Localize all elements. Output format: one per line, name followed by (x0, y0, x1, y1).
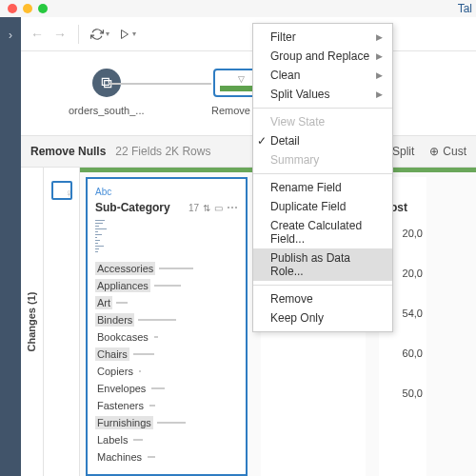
window-titlebar (0, 0, 476, 17)
menu-keep-only[interactable]: Keep Only (253, 308, 392, 327)
toolbar: ← → ▾ ▾ (21, 17, 476, 51)
list-item[interactable]: Labels (95, 433, 238, 446)
run-button[interactable]: ▾ (119, 29, 136, 40)
field-name: Sub-Category (95, 201, 170, 214)
list-item[interactable]: Fasteners (95, 399, 238, 412)
menu-summary: Summary (253, 150, 392, 169)
minimize-window-dot[interactable] (23, 4, 32, 13)
menu-detail[interactable]: Detail (253, 131, 392, 150)
menu-group-replace[interactable]: Group and Replace▶ (253, 47, 392, 66)
thumbnail-strip (44, 168, 80, 476)
menu-remove[interactable]: Remove (253, 289, 392, 308)
more-icon[interactable]: ⋯ (227, 201, 238, 214)
close-window-dot[interactable] (8, 4, 17, 13)
field-card-subcategory[interactable]: ♀ Abc Sub-Category 17 ⇅ ▭ ⋯ AccessoriesA… (86, 177, 248, 476)
menu-create-calculated-field[interactable]: Create Calculated Field... (253, 216, 392, 248)
field-value-count: 17 ⇅ ▭ ⋯ (188, 201, 238, 214)
list-item: 50,0 (383, 387, 423, 399)
flow-canvas[interactable]: orders_south_... ▽ Remove Null (21, 51, 476, 135)
chart-type-icon[interactable]: ▭ (214, 203, 223, 213)
step-meta: 22 Fields 2K Rows (115, 145, 210, 158)
divider (78, 25, 79, 44)
list-item[interactable]: Chairs (95, 347, 238, 361)
list-item: 60,0 (383, 347, 423, 359)
custom-split-button[interactable]: ⊕ Cust (429, 145, 466, 158)
value-list: AccessoriesAppliancesArtBindersBookcases… (95, 262, 238, 464)
menu-publish-data-role[interactable]: Publish as Data Role... (253, 248, 392, 281)
step-title: Remove Nulls (30, 145, 106, 158)
sparkline (95, 220, 109, 252)
data-source-node[interactable]: orders_south_... (69, 69, 145, 116)
sort-icon[interactable]: ⇅ (203, 203, 210, 213)
profile-pane: Changes (1) ♀ Abc Sub-Category 17 ⇅ ▭ ⋯ … (21, 168, 476, 476)
custom-label: Cust (443, 145, 466, 158)
menu-rename-field[interactable]: Rename Field (253, 178, 392, 197)
forward-button[interactable]: → (53, 27, 67, 42)
menu-clean[interactable]: Clean▶ (253, 66, 392, 85)
profile-header: Remove Nulls 22 Fields 2K Rows ▽ F c Spl… (21, 135, 476, 168)
menu-filter[interactable]: Filter▶ (253, 28, 392, 47)
list-item[interactable]: Accessories (95, 262, 238, 275)
list-item[interactable]: Envelopes (95, 382, 238, 395)
submenu-arrow-icon: ▶ (376, 51, 383, 61)
changes-tab[interactable]: Changes (1) (21, 168, 44, 476)
menu-separator (253, 108, 392, 109)
top-right-label: Tal (454, 0, 476, 17)
submenu-arrow-icon: ▶ (376, 70, 383, 80)
split-icon: ⊕ (429, 145, 439, 158)
back-button[interactable]: ← (30, 27, 44, 42)
node-label: orders_south_... (69, 105, 145, 116)
list-item[interactable]: Furnishings (95, 416, 238, 429)
list-item[interactable]: Machines (95, 450, 238, 464)
submenu-arrow-icon: ▶ (376, 32, 383, 42)
submenu-arrow-icon: ▶ (376, 89, 383, 99)
list-item[interactable]: Bookcases (95, 330, 238, 344)
context-menu: Filter▶ Group and Replace▶ Clean▶ Split … (252, 23, 393, 332)
left-rail: › (0, 17, 21, 476)
list-item[interactable]: Binders (95, 313, 238, 327)
flow-connector (109, 83, 211, 85)
refresh-button[interactable]: ▾ (90, 28, 109, 41)
funnel-icon: ▽ (238, 74, 245, 84)
svg-marker-0 (122, 30, 129, 38)
list-item[interactable]: Art (95, 296, 238, 309)
expand-rail-icon[interactable]: › (9, 29, 12, 476)
menu-split-values[interactable]: Split Values▶ (253, 85, 392, 104)
recommendations-icon[interactable]: ♀ (65, 187, 73, 200)
field-type-label: Abc (95, 187, 238, 197)
menu-view-state: View State (253, 112, 392, 131)
menu-separator (253, 173, 392, 174)
zoom-window-dot[interactable] (38, 4, 48, 13)
menu-duplicate-field[interactable]: Duplicate Field (253, 197, 392, 216)
list-item[interactable]: Appliances (95, 279, 238, 292)
list-item[interactable]: Copiers (95, 365, 238, 378)
menu-separator (253, 285, 392, 286)
